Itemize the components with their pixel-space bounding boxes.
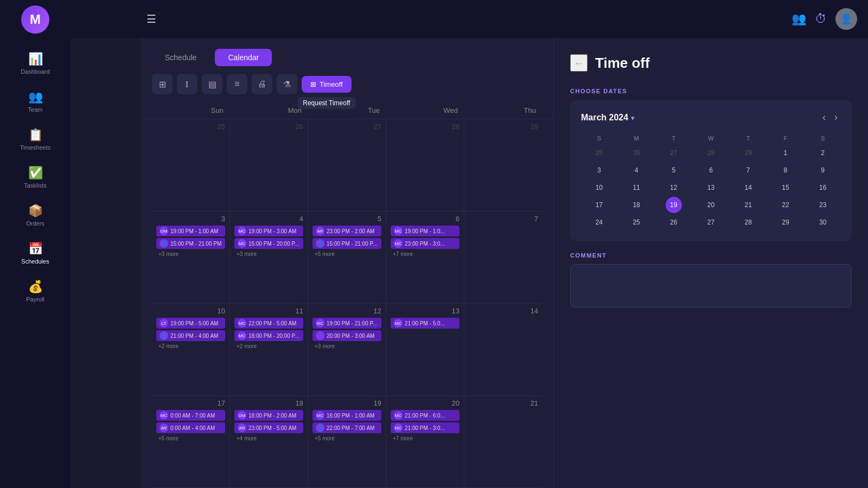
- back-button[interactable]: ←: [570, 54, 588, 72]
- filter-button[interactable]: ⚗: [277, 74, 297, 94]
- mini-cal-day[interactable]: 26: [666, 214, 682, 230]
- mini-cal-day[interactable]: 5: [666, 162, 682, 178]
- event-bar[interactable]: AR 0:00 AM - 4:00 AM: [156, 422, 225, 433]
- event-bar[interactable]: AR 23:00 PM - 5:00 AM: [234, 422, 303, 433]
- event-bar[interactable]: MC 16:00 PM - 1:00 AM: [312, 410, 381, 421]
- more-label[interactable]: +7 more: [391, 251, 459, 258]
- next-month-button[interactable]: ›: [831, 111, 841, 124]
- tab-calendar[interactable]: Calendar: [215, 49, 272, 66]
- mini-cal-day[interactable]: 30: [815, 214, 831, 230]
- sidebar-item-timesheets[interactable]: 📋 Timesheets: [0, 120, 71, 158]
- sidebar-item-dashboard[interactable]: 📊 Dashboard: [0, 44, 71, 82]
- mini-cal-day[interactable]: 1: [777, 145, 794, 161]
- tab-schedule[interactable]: Schedule: [152, 49, 209, 66]
- mini-cal-day[interactable]: 25: [628, 214, 644, 230]
- more-label[interactable]: +5 more: [156, 435, 225, 442]
- timeoff-panel: ← Time off CHOOSE DATES March 2024 ▾ ‹ ›…: [553, 38, 868, 488]
- event-avatar: MC: [394, 423, 403, 432]
- event-bar[interactable]: 👤 15:00 PM - 21:00 PM: [156, 238, 225, 249]
- sidebar-item-team[interactable]: 👥 Team: [0, 82, 71, 120]
- hamburger-menu[interactable]: ☰: [146, 12, 156, 25]
- mini-cal-day[interactable]: 14: [740, 179, 756, 196]
- more-label[interactable]: +4 more: [234, 435, 303, 442]
- mini-cal-day[interactable]: 2: [815, 145, 831, 161]
- mini-cal-day[interactable]: 23: [815, 197, 831, 213]
- list-view-button[interactable]: ≡: [227, 74, 247, 94]
- event-bar[interactable]: 👤 15:00 PM - 21:00 P...: [312, 238, 381, 249]
- event-bar[interactable]: LT 19:00 PM - 5:00 AM: [156, 318, 225, 329]
- mini-cal-day[interactable]: 27: [666, 145, 682, 161]
- event-bar[interactable]: 20:00 PM - 3:00 AM: [312, 330, 381, 341]
- event-bar[interactable]: AR 23:00 PM - 2:00 AM: [312, 226, 381, 236]
- mini-cal-day[interactable]: 29: [740, 145, 756, 161]
- mini-cal-day[interactable]: 26: [628, 145, 644, 161]
- more-label[interactable]: +3 more: [312, 343, 381, 350]
- more-label[interactable]: +7 more: [391, 435, 459, 442]
- more-label[interactable]: +2 more: [156, 343, 225, 350]
- sidebar-item-orders[interactable]: 📦 Orders: [0, 196, 71, 234]
- event-bar[interactable]: MC 19:00 PM - 21:00 P...: [312, 318, 381, 329]
- mini-cal-day[interactable]: 21: [740, 197, 756, 213]
- prev-month-button[interactable]: ‹: [819, 111, 829, 124]
- mini-cal-day[interactable]: 18: [628, 197, 644, 213]
- mini-cal-day[interactable]: 12: [666, 179, 682, 196]
- event-bar[interactable]: MC 22:00 PM - 5:00 AM: [234, 318, 303, 329]
- more-label[interactable]: +5 more: [312, 435, 381, 442]
- more-label[interactable]: +2 more: [234, 343, 303, 350]
- mini-cal-day[interactable]: 29: [777, 214, 794, 230]
- columns-view-button[interactable]: ⫿: [177, 74, 197, 94]
- event-bar[interactable]: 👤 21:00 PM - 4:00 AM: [156, 330, 225, 341]
- event-bar[interactable]: MC 19:00 PM - 1:0...: [391, 226, 459, 236]
- mini-cal-day[interactable]: 27: [703, 214, 719, 230]
- timeoff-button[interactable]: ⊠ Timeoff: [302, 76, 352, 93]
- mini-cal-day[interactable]: 13: [703, 179, 719, 196]
- more-label[interactable]: +3 more: [234, 251, 303, 258]
- event-bar[interactable]: MC 18:00 PM - 20:00 P...: [234, 330, 303, 341]
- mini-cal-day[interactable]: 8: [777, 162, 794, 178]
- print-button[interactable]: 🖨: [252, 74, 272, 94]
- mini-cal-day[interactable]: 28: [740, 214, 756, 230]
- event-bar[interactable]: MC 21:00 PM - 6:0...: [391, 410, 459, 421]
- mini-cal-day[interactable]: 22: [777, 197, 794, 213]
- grid-view-button[interactable]: ⊞: [152, 74, 173, 94]
- sidebar-item-payroll[interactable]: 💰 Payroll: [0, 272, 71, 310]
- mini-cal-day[interactable]: 9: [815, 162, 831, 178]
- event-bar[interactable]: OM 19:00 PM - 1:00 AM: [156, 226, 225, 236]
- mini-cal-today[interactable]: 19: [666, 197, 682, 213]
- mini-cal-day[interactable]: 25: [591, 145, 607, 161]
- mini-cal-day[interactable]: 16: [815, 179, 831, 196]
- day-number: 25: [156, 123, 225, 131]
- user-avatar[interactable]: 👤: [835, 8, 857, 30]
- event-bar[interactable]: MC 21:00 PM - 3:0...: [391, 422, 459, 433]
- event-bar[interactable]: OM 18:00 PM - 2:00 AM: [234, 410, 303, 421]
- event-bar[interactable]: 👤 22:00 PM - 7:00 AM: [312, 422, 381, 433]
- mini-cal-day[interactable]: 28: [703, 145, 719, 161]
- mini-cal-day[interactable]: 17: [591, 197, 607, 213]
- event-bar[interactable]: MC 21:00 PM - 5:0...: [391, 318, 459, 329]
- users-icon[interactable]: 👥: [792, 12, 806, 26]
- event-bar[interactable]: MC 19:00 PM - 3:00 AM: [234, 226, 303, 236]
- timer-icon[interactable]: ⏱: [815, 12, 827, 26]
- mini-cal-day[interactable]: 10: [591, 179, 607, 196]
- event-time: 23:00 PM - 5:00 AM: [248, 425, 296, 431]
- more-label[interactable]: +3 more: [156, 251, 225, 258]
- mini-cal-day[interactable]: 11: [628, 179, 644, 196]
- mini-cal-day[interactable]: 6: [703, 162, 719, 178]
- table-view-button[interactable]: ▤: [202, 74, 222, 94]
- event-bar[interactable]: MC 23:00 PM - 3:0...: [391, 238, 459, 249]
- comment-textarea[interactable]: [570, 264, 852, 307]
- print-icon: 🖨: [258, 79, 266, 89]
- more-label[interactable]: +5 more: [312, 251, 381, 258]
- event-bar[interactable]: MC 15:00 PM - 20:00 P...: [234, 238, 303, 249]
- event-bar[interactable]: MC 0:00 AM - 7:00 AM: [156, 410, 225, 421]
- sidebar-item-tasklists[interactable]: ✅ Tasklists: [0, 158, 71, 196]
- sidebar-item-schedules[interactable]: 📅 Schedules: [0, 234, 71, 272]
- mini-cal-day-header: S: [805, 133, 841, 144]
- mini-cal-day[interactable]: 7: [740, 162, 756, 178]
- day-cell: 10 LT 19:00 PM - 5:00 AM 👤 21:00 PM - 4:…: [152, 304, 230, 395]
- mini-cal-day[interactable]: 24: [591, 214, 607, 230]
- mini-cal-day[interactable]: 3: [591, 162, 607, 178]
- mini-cal-day[interactable]: 4: [628, 162, 644, 178]
- mini-cal-day[interactable]: 20: [703, 197, 719, 213]
- mini-cal-day[interactable]: 15: [777, 179, 794, 196]
